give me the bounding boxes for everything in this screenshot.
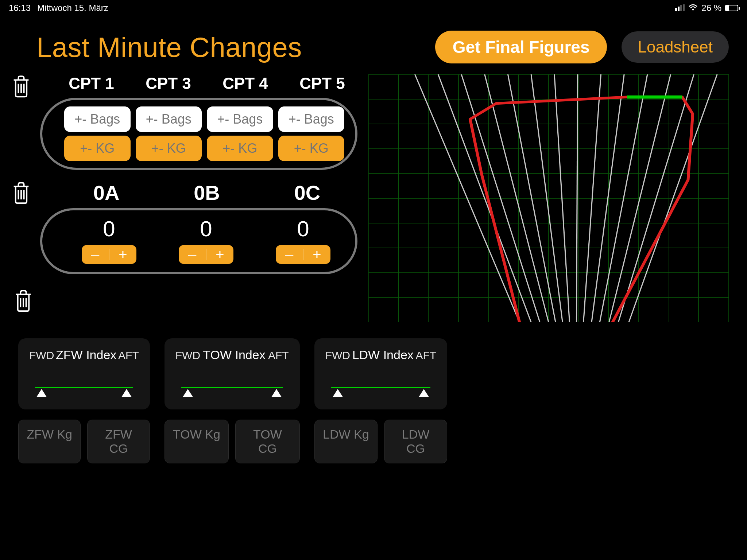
svg-rect-0 [675,8,677,11]
tow-index-title: TOW Index [203,348,265,362]
svg-point-4 [692,9,694,11]
pax-0c-minus-button[interactable]: – [276,245,303,264]
pax-0b-plus-button[interactable]: + [206,245,233,264]
triangle-marker-icon [183,389,193,397]
pax-0c-plus-button[interactable]: + [303,245,330,264]
svg-rect-1 [678,7,680,11]
zfw-index-bar [29,384,139,398]
pax-0c-value: 0 [297,216,309,241]
cg-envelope-chart [368,74,729,322]
triangle-marker-icon [36,389,47,397]
battery-icon [725,5,738,11]
triangle-marker-icon [333,389,343,397]
cpt3-kg-input[interactable] [136,136,202,161]
ldw-kg-field[interactable]: LDW Kg [314,420,378,463]
tow-kg-field[interactable]: TOW Kg [165,420,229,463]
wifi-icon [688,3,698,13]
status-bar: 16:13 Mittwoch 15. März 26 % [0,0,747,16]
cpt-header: CPT 3 [133,74,204,93]
battery-percent: 26 % [701,3,721,13]
cpt5-bags-input[interactable] [278,106,345,132]
cpt5-kg-input[interactable] [278,136,345,161]
svg-rect-3 [683,4,685,11]
pax-0a-stepper: – + [82,245,136,264]
pax-0a-plus-button[interactable]: + [109,245,136,264]
trash-icon[interactable] [11,181,31,204]
triangle-marker-icon [419,389,429,397]
pax-0a-minus-button[interactable]: – [82,245,109,264]
page-title: Last Minute Changes [36,31,302,63]
cpt1-bags-input[interactable] [64,106,131,132]
cpt3-bags-input[interactable] [136,106,202,132]
cpt-header: CPT 1 [56,74,127,93]
ldw-index-bar [325,384,437,398]
status-date: Mittwoch 15. März [37,3,108,13]
cpt-header: CPT 5 [287,74,357,93]
pax-0b-minus-button[interactable]: – [179,245,206,264]
ldw-index-card: FWD LDW Index AFT [314,338,448,409]
tow-index-card: FWD TOW Index AFT [165,338,300,409]
triangle-marker-icon [121,389,132,397]
pax-zone-header: 0A [56,181,156,205]
loadsheet-button[interactable]: Loadsheet [622,31,729,63]
pax-0c-stepper: – + [276,245,330,264]
pax-0b-value: 0 [200,216,212,241]
triangle-marker-icon [271,389,282,397]
get-final-figures-button[interactable]: Get Final Figures [435,31,607,63]
tow-cg-field[interactable]: TOW CG [235,420,299,463]
ldw-index-title: LDW Index [352,348,414,362]
zfw-kg-field[interactable]: ZFW Kg [18,420,81,463]
pax-zone-header: 0C [257,181,357,205]
ldw-cg-field[interactable]: LDW CG [384,420,447,463]
aft-label: AFT [268,349,289,362]
svg-rect-2 [680,5,682,11]
zfw-cg-field[interactable]: ZFW CG [87,420,150,463]
aft-label: AFT [118,349,139,362]
aft-label: AFT [416,349,437,362]
cpt4-bags-input[interactable] [207,106,273,132]
zfw-index-card: FWD ZFW Index AFT [18,338,150,409]
svg-line-36 [576,74,577,322]
pax-0b-stepper: – + [179,245,233,264]
trash-icon[interactable] [11,74,31,98]
pax-fuselage: 0 – + 0 – + [40,208,357,274]
cellular-icon [675,3,685,13]
cpt-header: CPT 4 [210,74,280,93]
fwd-label: FWD [325,349,350,362]
pax-zone-header: 0B [156,181,257,205]
zfw-index-title: ZFW Index [56,348,116,362]
fwd-label: FWD [29,349,54,362]
trash-icon[interactable] [13,289,34,312]
status-time: 16:13 [9,3,31,13]
compartment-fuselage [40,98,357,170]
tow-index-bar [175,384,289,398]
cpt4-kg-input[interactable] [207,136,273,161]
pax-0a-value: 0 [103,216,115,241]
cpt1-kg-input[interactable] [64,136,131,161]
fwd-label: FWD [175,349,200,362]
